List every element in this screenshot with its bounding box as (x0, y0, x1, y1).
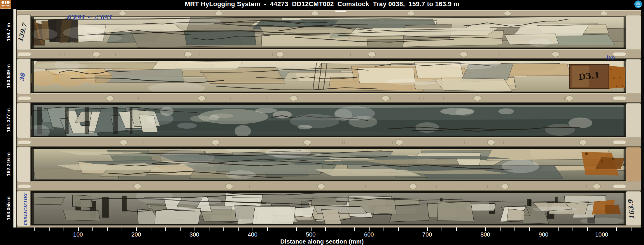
axis-tick-label: 600 (364, 231, 374, 238)
axis-tick (92, 228, 93, 231)
axis-tick (238, 228, 239, 231)
depth-block: D3.1 (570, 64, 625, 89)
axis-tick-label: 700 (422, 231, 432, 238)
axis-tick (209, 228, 209, 231)
axis-tick (485, 228, 486, 231)
axis-tick (413, 228, 413, 231)
handwriting-depth-range: 159.7 → 163.9 (67, 14, 113, 21)
depth-label-1: 159.7 m (6, 12, 12, 52)
handwriting-hole-id: DD12CMT002 (23, 193, 28, 225)
axis-tick (180, 228, 181, 231)
depth-label-4: 162.216 m (6, 144, 12, 185)
depth-block-label: D3.1 (578, 70, 600, 82)
axis-tick (107, 228, 108, 231)
axis-tick (296, 228, 297, 231)
axis-tick-label: 900 (539, 231, 548, 238)
axis-tick (136, 228, 137, 231)
axis-tick (602, 228, 602, 231)
axis-tick (311, 228, 312, 231)
title-bar: MRT HyLogging System - 44273_DD12CMT002_… (0, 0, 644, 8)
depth-label-3: 161.377 m (6, 100, 12, 141)
axis-tick (587, 228, 588, 231)
axis-tick-label: 300 (190, 231, 199, 238)
axis-tick (267, 228, 268, 231)
tasmania-logo-icon: Tasmania (0, 0, 11, 9)
x-axis: 1002003004005006007008009001000 Distance… (0, 228, 644, 245)
core-tray-photo: D3.1DD159.7 → 163.9159.738DD12CMT002163.… (0, 8, 644, 228)
axis-title: Distance along section (mm) (0, 238, 644, 245)
depth-label-5: 163.055 m (6, 188, 12, 229)
axis-tick (78, 228, 79, 231)
axis-tick (544, 228, 544, 231)
tasmania-emblem (0, 0, 11, 6)
axis-tick-label: 400 (248, 231, 257, 238)
csiro-logo-label: CSIRO (636, 6, 641, 8)
axis-tick (282, 228, 282, 231)
core-row-1 (28, 16, 635, 48)
depth-block-mark: D (611, 55, 615, 61)
axis-tick (573, 228, 573, 231)
axis-tick (340, 228, 340, 231)
axis-tick (558, 228, 559, 231)
axis-tick (64, 228, 64, 231)
axis-tick (500, 228, 501, 231)
axis-tick (354, 228, 355, 231)
tray-divider (13, 136, 644, 149)
axis-tick (384, 228, 384, 231)
tray-divider (13, 180, 644, 193)
tray-divider (13, 92, 644, 105)
axis-tick (151, 228, 151, 231)
axis-tick (195, 228, 195, 231)
axis-tick-label: 1000 (595, 231, 608, 238)
depth-label-2: 160.539 m (6, 56, 12, 97)
core-row-2 (28, 57, 626, 94)
tasmania-logo-label: Tasmania (0, 7, 11, 9)
core-tray-image: D3.1DD159.7 → 163.9159.738DD12CMT002163.… (0, 8, 644, 228)
core-row-4 (32, 146, 644, 180)
mrt-hylogging-window: MRT HyLogging System - 44273_DD12CMT002_… (0, 0, 644, 245)
window-title: MRT HyLogging System - 44273_DD12CMT002_… (185, 0, 459, 8)
axis-tick (165, 228, 166, 231)
axis-tick-label: 100 (73, 231, 83, 238)
axis-tick (223, 228, 224, 231)
axis-tick (122, 228, 122, 231)
axis-tick (253, 228, 253, 231)
axis-tick (631, 228, 631, 231)
axis-tick (514, 228, 515, 231)
axis-tick (325, 228, 326, 231)
axis-tick (456, 228, 457, 231)
axis-tick-label: 500 (306, 231, 316, 238)
axis-tick (398, 228, 399, 231)
tray-bottom-rail (13, 224, 644, 228)
axis-tick (471, 228, 471, 231)
axis-tick (427, 228, 428, 231)
core-row-5 (32, 189, 626, 228)
axis-tick (49, 228, 50, 231)
tray-divider (13, 48, 644, 61)
axis-tick (529, 228, 530, 231)
axis-tick (34, 228, 35, 231)
core-row-3 (27, 105, 626, 138)
csiro-logo-icon: CSIRO (634, 0, 643, 8)
axis-tick-label: 800 (480, 231, 490, 238)
axis-tick (442, 228, 442, 231)
axis-tick (616, 228, 617, 231)
axis-tick-label: 200 (131, 231, 141, 238)
axis-tick (369, 228, 370, 231)
